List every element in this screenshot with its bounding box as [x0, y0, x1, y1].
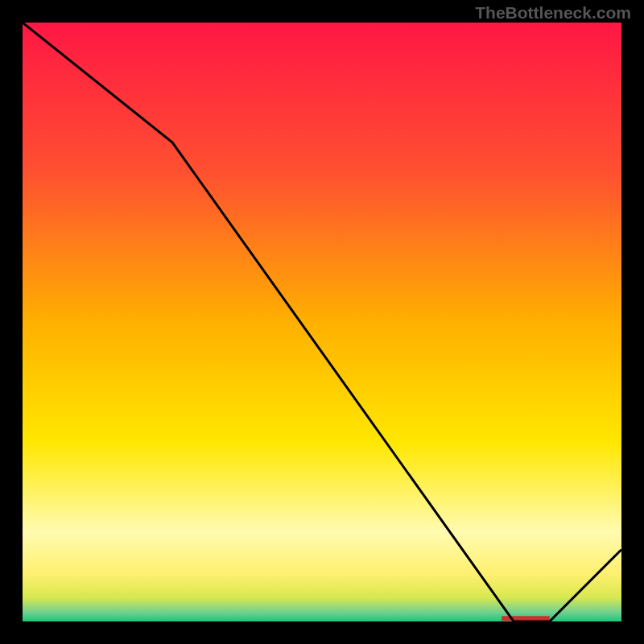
watermark-text: TheBottleneck.com [475, 3, 631, 23]
chart-svg [23, 23, 621, 621]
chart-background [23, 23, 621, 621]
chart-plot-area [23, 23, 621, 621]
